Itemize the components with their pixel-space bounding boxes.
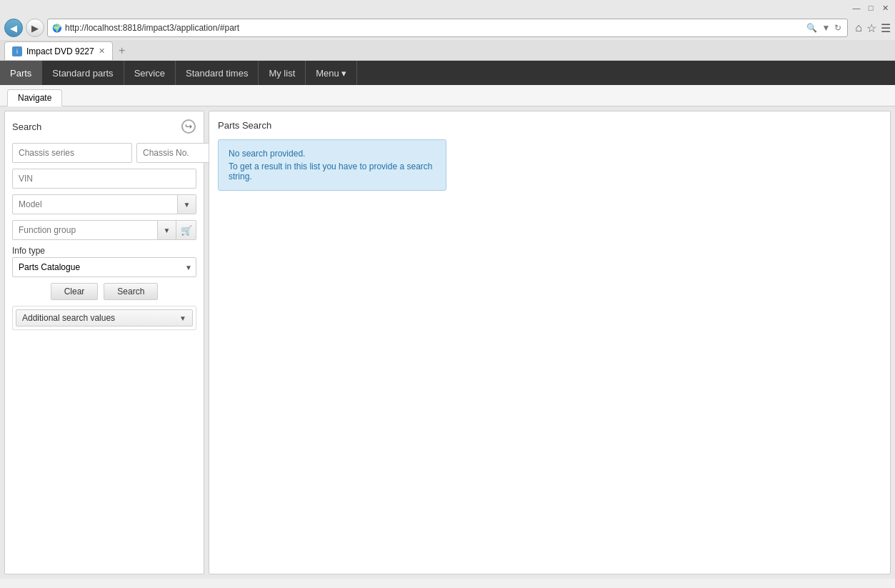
nav-item-standard-times[interactable]: Standard times [176, 61, 259, 85]
vin-row [12, 169, 196, 189]
browser-tab[interactable]: i Impact DVD 9227 ✕ [4, 41, 113, 60]
url-actions: 🔍 ▼ ↻ [805, 23, 843, 33]
left-panel: Search ↪ ▼ ▼ 🛒 [4, 111, 204, 574]
parts-search-title: Parts Search [218, 120, 881, 131]
close-button[interactable]: ✕ [879, 2, 891, 14]
function-cart-button[interactable]: 🛒 [176, 220, 196, 240]
info-type-select[interactable]: Parts Catalogue [12, 257, 196, 277]
browser-chrome: — □ ✕ ◀ ▶ 🌍 http://localhost:8818/impact… [0, 0, 895, 61]
nav-item-menu[interactable]: Menu ▾ [306, 61, 357, 85]
title-bar-buttons: — □ ✕ [851, 2, 891, 14]
nav-item-standard-parts[interactable]: Standard parts [42, 61, 124, 85]
search-url-button[interactable]: 🔍 [805, 23, 819, 33]
additional-dropdown-icon: ▼ [179, 314, 186, 322]
model-dropdown-icon: ▼ [184, 201, 191, 209]
button-row: Clear Search [12, 283, 196, 300]
additional-section: Additional search values ▼ [12, 306, 196, 330]
favorites-button[interactable]: ☆ [866, 21, 876, 35]
address-bar: ◀ ▶ 🌍 http://localhost:8818/impact3/appl… [0, 16, 895, 40]
url-dropdown-button[interactable]: ▼ [820, 23, 831, 33]
search-button[interactable]: Search [104, 283, 158, 300]
chassis-row [12, 143, 196, 163]
function-group-row: ▼ 🛒 [12, 220, 196, 240]
tab-favicon: i [12, 46, 22, 56]
right-panel: Parts Search No search provided. To get … [209, 111, 891, 574]
tab-bar: i Impact DVD 9227 ✕ + [0, 40, 895, 60]
settings-button[interactable]: ☰ [881, 21, 891, 35]
tab-close-button[interactable]: ✕ [99, 46, 105, 56]
no-search-line2: To get a result in this list you have to… [229, 161, 436, 181]
nav-item-my-list[interactable]: My list [259, 61, 306, 85]
function-dropdown-button[interactable]: ▼ [158, 220, 176, 240]
refresh-button[interactable]: ↻ [833, 23, 843, 33]
cart-icon: 🛒 [181, 225, 192, 236]
model-input[interactable] [12, 194, 178, 214]
model-row: ▼ [12, 194, 196, 214]
expand-button[interactable]: ↪ [181, 119, 196, 134]
back-icon: ◀ [10, 23, 17, 34]
chassis-series-input[interactable] [12, 143, 132, 163]
search-panel-title: Search [12, 121, 41, 132]
back-button[interactable]: ◀ [4, 19, 23, 37]
tab-title: Impact DVD 9227 [26, 46, 94, 56]
clear-button[interactable]: Clear [51, 283, 99, 300]
additional-search-button[interactable]: Additional search values ▼ [16, 309, 193, 327]
tab-row: Navigate [0, 85, 895, 106]
tab-navigate[interactable]: Navigate [7, 89, 62, 106]
app-nav: Parts Standard parts Service Standard ti… [0, 61, 895, 85]
info-type-section: Info type Parts Catalogue ▼ [12, 246, 196, 277]
no-search-box: No search provided. To get a result in t… [218, 139, 446, 191]
info-type-label: Info type [12, 246, 196, 256]
function-group-input[interactable] [12, 220, 158, 240]
nav-item-parts[interactable]: Parts [0, 61, 42, 85]
no-search-line1: No search provided. [229, 149, 436, 159]
forward-icon: ▶ [31, 23, 39, 34]
panel-header: Search ↪ [12, 119, 196, 134]
nav-item-service[interactable]: Service [124, 61, 176, 85]
additional-search-label: Additional search values [22, 313, 115, 323]
expand-icon: ↪ [181, 119, 196, 134]
url-text: http://localhost:8818/impact3/applicatio… [65, 23, 805, 33]
info-type-select-wrapper: Parts Catalogue ▼ [12, 257, 196, 277]
minimize-button[interactable]: — [851, 2, 862, 14]
main-content: Search ↪ ▼ ▼ 🛒 [0, 106, 895, 579]
model-dropdown-button[interactable]: ▼ [178, 194, 196, 214]
vin-input[interactable] [12, 169, 196, 189]
new-tab-button[interactable]: + [113, 41, 131, 60]
url-bar: 🌍 http://localhost:8818/impact3/applicat… [47, 19, 848, 37]
forward-button[interactable]: ▶ [26, 19, 44, 37]
title-bar: — □ ✕ [0, 0, 895, 16]
browser-icon: 🌍 [52, 24, 62, 33]
home-button[interactable]: ⌂ [855, 21, 862, 34]
maximize-button[interactable]: □ [865, 2, 876, 14]
function-dropdown-icon: ▼ [164, 226, 171, 234]
